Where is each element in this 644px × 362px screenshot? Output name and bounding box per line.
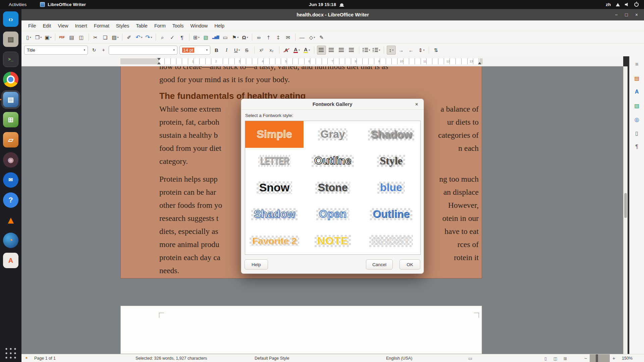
basic-shapes-icon[interactable]: ◇▾ [308,33,317,42]
line-spacing-icon[interactable]: ↕▾ [387,46,396,55]
fontwork-style-option[interactable]: Outline [362,201,420,228]
activities-button[interactable]: Activities [6,1,29,8]
draw-functions-icon[interactable]: ✎ [317,33,326,42]
menu-item[interactable]: Styles [113,22,133,30]
fontwork-style-option[interactable]: Outline [304,148,362,175]
impress-icon[interactable]: ▱ [3,132,18,147]
menu-item[interactable]: Tools [169,22,187,30]
menu-item[interactable]: Table [132,22,151,30]
print-icon[interactable]: ▤ [67,33,76,42]
font-color-icon[interactable]: A▾ [292,46,301,55]
multi-page-view-icon[interactable]: ◫ [553,354,557,362]
fontwork-style-option[interactable]: Open [304,201,362,228]
insert-image-icon[interactable]: ▧ [202,33,211,42]
properties-icon[interactable]: ▤ [632,73,642,83]
help-button[interactable]: Help [245,259,268,269]
text-language[interactable]: English (USA) [386,354,413,362]
sort-icon[interactable]: ⇅ [432,46,441,55]
writer-icon[interactable]: ▤ [3,92,18,107]
cut-icon[interactable]: ✂ [91,33,100,42]
subscript-icon[interactable]: x₂ [267,46,276,55]
bold-icon[interactable]: B [212,46,221,55]
vscode-icon[interactable]: ‹› [3,11,18,27]
fontwork-style-option[interactable]: LETTER [245,148,304,175]
footnote-icon[interactable]: † [264,33,273,42]
window-titlebar[interactable]: health.docx - LibreOffice Writer − □ × [21,9,644,20]
document-page-2[interactable] [120,306,482,354]
open-icon[interactable]: ❒▾ [34,33,43,42]
redo-icon[interactable]: ↷▾ [144,33,153,42]
menu-item[interactable]: Window [187,22,211,30]
menu-item[interactable]: View [54,22,71,30]
clock-area[interactable]: Jun 19 15:18 [309,2,343,7]
insert-table-icon[interactable]: ⊞▾ [192,33,201,42]
underline-icon[interactable]: U▾ [232,46,241,55]
zoom-slider-thumb[interactable] [596,354,598,362]
page-count[interactable]: Page 1 of 1 [34,354,56,362]
style-inspector-icon[interactable]: ¶ [632,142,642,152]
align-center-icon[interactable] [327,46,336,55]
decrease-indent-icon[interactable]: ← [407,46,416,55]
increase-indent-icon[interactable]: → [397,46,406,55]
spelling-icon[interactable]: ✓ [168,33,177,42]
menu-item[interactable]: Insert [72,22,91,30]
menu-item[interactable]: File [25,22,39,30]
paste-icon[interactable]: ▨▾ [111,33,120,42]
help-icon[interactable]: ? [3,192,18,208]
export-pdf-icon[interactable]: PDF [58,33,67,42]
superscript-icon[interactable]: x² [257,46,266,55]
scrollbar-thumb[interactable] [624,193,627,218]
menu-item[interactable]: Edit [39,22,54,30]
thunderbird-icon[interactable]: ✉ [3,172,18,188]
page-icon[interactable]: ▯ [632,128,642,138]
fontwork-style-option[interactable]: Stone [304,174,362,201]
fontwork-style-option[interactable]: GHOST [362,228,420,254]
special-character-icon[interactable]: Ω▾ [240,33,250,42]
fontwork-style-option[interactable]: NOTE [304,228,362,254]
dialog-close-icon[interactable]: × [413,101,420,108]
menu-item[interactable]: Format [91,22,113,30]
menu-item[interactable]: Form [151,22,169,30]
page-style[interactable]: Default Page Style [255,354,289,362]
minimize-button[interactable]: − [615,12,618,17]
strikethrough-icon[interactable]: S [243,46,252,55]
font-size-combo[interactable]: 14 pt ▾ [179,46,210,55]
italic-icon[interactable]: I [222,46,231,55]
single-page-view-icon[interactable]: ▯ [544,354,547,362]
numbering-icon[interactable]: ▾ [372,46,381,55]
fontwork-style-option[interactable]: Simple [245,121,304,148]
dialog-titlebar[interactable]: Fontwork Gallery × [241,99,424,110]
software-icon[interactable]: A [3,253,18,268]
vertical-scrollbar[interactable] [623,66,628,354]
bullets-icon[interactable]: ▾ [362,46,371,55]
insert-textbox-icon[interactable]: ▭ [221,33,230,42]
maximize-button[interactable]: □ [625,12,628,17]
new-style-icon[interactable]: + [99,46,108,54]
character-icon[interactable]: A [632,87,642,97]
fontwork-style-option[interactable]: Favorite 2 [245,228,304,254]
gallery-icon[interactable]: ▧ [632,101,642,110]
vlc-icon[interactable]: ▲ [3,213,18,228]
comment-icon[interactable]: ✉ [284,33,293,42]
copy-icon[interactable]: ❏ [101,33,110,42]
new-document-icon[interactable]: ▯▾ [24,33,33,42]
fontwork-style-option[interactable]: Snow [245,174,304,201]
insert-chart-icon[interactable]: ▂▅▇ [211,33,220,42]
sidebar-settings-icon[interactable]: ≡ [632,60,642,69]
left-indent-marker[interactable] [157,62,161,64]
fontwork-style-option[interactable]: Style [362,148,420,175]
terminal-icon[interactable]: >_ [3,52,18,67]
calc-icon[interactable]: ⊞ [3,112,18,127]
hyperlink-icon[interactable]: ∞ [255,33,264,42]
selection-mode-icon[interactable]: ▭ [468,354,472,362]
keyboard-layout-indicator[interactable]: zh [606,2,611,7]
right-indent-marker[interactable] [478,62,481,64]
files-icon[interactable]: ▤ [3,32,18,47]
insert-field-icon[interactable]: ⚑▾ [231,33,240,42]
clone-formatting-icon[interactable]: ✐ [125,33,134,42]
align-left-icon[interactable] [317,46,326,55]
chrome-icon[interactable] [3,72,18,87]
fontwork-style-option[interactable]: Gray [304,121,362,148]
navigator-icon[interactable]: ◎ [632,115,642,124]
app-grid-icon[interactable] [4,347,17,360]
